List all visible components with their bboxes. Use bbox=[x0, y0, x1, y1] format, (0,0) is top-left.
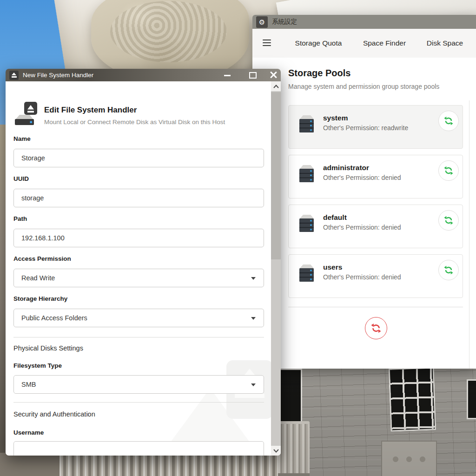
divider bbox=[13, 337, 264, 337]
path-input[interactable] bbox=[13, 229, 264, 247]
drive-eject-icon bbox=[14, 102, 38, 128]
settings-window: ⚙ 系統設定 Storage Quota Space Finder Disk S… bbox=[252, 15, 476, 369]
chevron-down-icon bbox=[251, 317, 256, 320]
access-permission-select[interactable]: Read Write bbox=[13, 269, 264, 287]
refresh-icon bbox=[444, 216, 453, 225]
name-input[interactable] bbox=[13, 149, 264, 167]
file-system-handler-dialog: New File System Handler bbox=[6, 69, 281, 456]
maximize-button[interactable] bbox=[249, 72, 257, 79]
settings-tab[interactable]: Disk Space bbox=[427, 29, 463, 58]
pool-permission: Other's Permission: denied bbox=[323, 273, 401, 281]
refresh-pool-button[interactable] bbox=[438, 260, 459, 280]
storage-pool-card[interactable]: users Other's Permission: denied bbox=[288, 254, 463, 298]
menu-icon[interactable] bbox=[263, 40, 271, 47]
settings-window-title: 系統設定 bbox=[272, 15, 297, 29]
uuid-input[interactable] bbox=[13, 189, 264, 207]
refresh-pool-button[interactable] bbox=[438, 210, 459, 231]
screen: ⚙ 系統設定 Storage Quota Space Finder Disk S… bbox=[0, 0, 476, 476]
dialog-subtitle: Mount Local or Connect Remote Disk as Vi… bbox=[44, 119, 225, 126]
uuid-label: UUID bbox=[13, 175, 29, 182]
pool-name: administrator bbox=[323, 164, 369, 172]
eject-icon bbox=[9, 71, 19, 80]
divider bbox=[288, 307, 463, 307]
pool-permission: Other's Permission: denied bbox=[323, 224, 401, 231]
refresh-all-button[interactable] bbox=[365, 317, 387, 339]
storage-pool-card[interactable]: administrator Other's Permission: denied bbox=[288, 155, 463, 198]
storage-pool-list: system Other's Permission: readwrite bbox=[288, 105, 463, 304]
security-section-label: Security and Authentication bbox=[13, 410, 95, 418]
server-icon bbox=[296, 163, 315, 185]
refresh-pool-button[interactable] bbox=[438, 111, 459, 131]
server-icon bbox=[296, 262, 315, 284]
dialog-titlebar[interactable]: New File System Handler bbox=[6, 69, 281, 81]
pool-permission: Other's Permission: denied bbox=[323, 174, 401, 181]
access-permission-value: Read Write bbox=[21, 274, 55, 282]
storage-pool-card[interactable]: default Other's Permission: denied bbox=[288, 205, 463, 248]
storage-pool-card[interactable]: system Other's Permission: readwrite bbox=[288, 105, 463, 149]
page-subtitle: Manage system and permission group stora… bbox=[288, 83, 439, 90]
username-input[interactable] bbox=[13, 441, 264, 456]
filesystem-type-value: SMB bbox=[21, 381, 36, 388]
storage-hierarchy-select[interactable]: Public Access Folders bbox=[13, 309, 264, 327]
dialog-scrollbar[interactable] bbox=[271, 81, 281, 456]
storage-hierarchy-value: Public Access Folders bbox=[21, 314, 87, 322]
close-icon[interactable] bbox=[269, 71, 278, 79]
dialog-title: Edit File System Handler bbox=[44, 106, 137, 115]
panel-edge bbox=[469, 100, 469, 369]
refresh-pool-button[interactable] bbox=[438, 160, 459, 181]
filesystem-type-label: Filesystem Type bbox=[13, 362, 62, 369]
refresh-icon bbox=[444, 265, 453, 275]
dialog-window-title: New File System Handler bbox=[23, 69, 93, 81]
refresh-icon bbox=[444, 166, 453, 175]
settings-titlebar[interactable]: ⚙ 系統設定 bbox=[252, 15, 476, 29]
settings-content: Storage Pools Manage system and permissi… bbox=[252, 58, 476, 369]
path-label: Path bbox=[13, 215, 27, 222]
physical-disks-section-label: Physical Disks Settings bbox=[13, 344, 83, 352]
chevron-down-icon bbox=[251, 277, 256, 280]
refresh-icon bbox=[444, 116, 453, 126]
scrollbar-thumb[interactable] bbox=[271, 92, 281, 259]
username-label: Username bbox=[13, 429, 44, 436]
chevron-down-icon bbox=[251, 383, 256, 386]
server-icon bbox=[296, 113, 315, 135]
access-permission-label: Access Permission bbox=[13, 255, 71, 262]
storage-hierarchy-label: Storage Hierarchy bbox=[13, 295, 67, 302]
gear-icon: ⚙ bbox=[256, 16, 268, 28]
pool-name: default bbox=[323, 213, 347, 222]
name-label: Name bbox=[13, 135, 31, 142]
server-icon bbox=[296, 212, 315, 235]
settings-tab[interactable]: Storage Quota bbox=[295, 29, 342, 58]
minimize-button[interactable] bbox=[224, 75, 231, 76]
pool-permission: Other's Permission: readwrite bbox=[323, 124, 408, 132]
scroll-up-icon[interactable] bbox=[271, 81, 281, 91]
page-title: Storage Pools bbox=[288, 68, 350, 79]
refresh-icon bbox=[371, 323, 381, 333]
dialog-body: Edit File System Handler Mount Local or … bbox=[6, 81, 281, 456]
pool-name: system bbox=[323, 114, 348, 122]
settings-tab[interactable]: Space Finder bbox=[363, 29, 406, 58]
scroll-down-icon[interactable] bbox=[271, 446, 281, 456]
divider bbox=[13, 402, 264, 403]
filesystem-type-select[interactable]: SMB bbox=[13, 375, 264, 394]
pool-name: users bbox=[323, 263, 342, 271]
settings-toolbar: Storage Quota Space Finder Disk Space bbox=[252, 29, 476, 58]
